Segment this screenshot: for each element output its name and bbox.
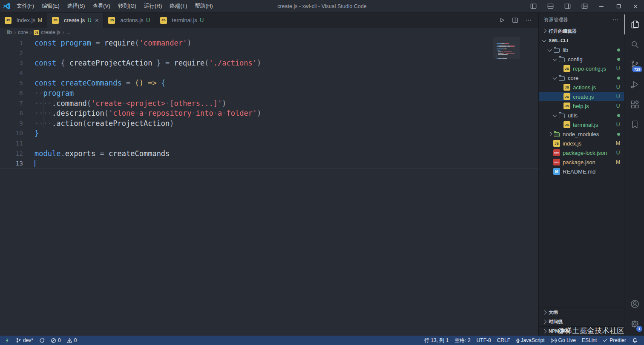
chevron-spacer <box>557 84 564 91</box>
more-actions-icon[interactable] <box>525 17 532 23</box>
tree-item-package.json[interactable]: npmpackage.jsonM <box>539 157 624 167</box>
menu-e[interactable]: 编辑(E) <box>38 0 63 13</box>
git-status-badge: U <box>616 150 620 156</box>
code-editor[interactable]: 1const program = require('commander')23c… <box>0 37 538 336</box>
tree-item-README.md[interactable]: MREADME.md <box>539 167 624 176</box>
customize-layout-icon[interactable] <box>576 0 593 13</box>
breadcrumb-item-create.js[interactable]: JScreate.js <box>34 29 60 35</box>
status-warnings[interactable]: 0 <box>64 336 80 345</box>
settings-button[interactable]: 1 <box>624 314 644 334</box>
tree-item-create.js[interactable]: JScreate.jsU <box>539 92 624 101</box>
section-大纲[interactable]: 大纲 <box>539 308 624 317</box>
project-section[interactable]: XWL-CLI <box>539 36 624 45</box>
chevron-right-icon <box>546 131 553 137</box>
status-go-live[interactable]: Go Live <box>548 336 579 345</box>
run-debug-button[interactable] <box>624 74 644 94</box>
explorer-button[interactable] <box>624 14 644 34</box>
tab-create.js[interactable]: JScreate.jsU× <box>47 13 104 28</box>
warning-icon <box>67 338 72 343</box>
run-code-icon[interactable] <box>499 17 505 23</box>
line-number: 11 <box>0 139 26 149</box>
minimap[interactable] <box>497 39 516 57</box>
section-时间线[interactable]: 时间线 <box>539 317 624 326</box>
line-number: 3 <box>0 58 26 68</box>
search-button[interactable] <box>624 34 644 54</box>
source-control-button[interactable]: 729 <box>624 54 644 74</box>
menu-g[interactable]: 转到(G) <box>114 0 140 13</box>
branch-icon <box>16 337 21 343</box>
menu-t[interactable]: 终端(T) <box>166 0 191 13</box>
code-line: 4 <box>0 68 538 79</box>
extensions-button[interactable] <box>624 94 644 114</box>
chevron-spacer <box>546 149 553 156</box>
tree-item-repo-config.js[interactable]: JSrepo-config.jsU <box>539 64 624 73</box>
sidebar-title: 资源管理器 <box>539 13 624 26</box>
line-number: 2 <box>0 48 26 59</box>
status-sync[interactable] <box>36 336 48 345</box>
tree-item-config[interactable]: config <box>539 54 624 64</box>
code-line: 9····.action(createProjectAction) <box>0 119 538 129</box>
split-editor-icon[interactable] <box>512 17 518 23</box>
bookmarks-button[interactable] <box>624 114 644 134</box>
breadcrumb-item-core[interactable]: core <box>18 29 28 35</box>
status-branch[interactable]: dev* <box>13 336 36 345</box>
menu-r[interactable]: 运行(R) <box>140 0 166 13</box>
layout-panel-icon[interactable] <box>542 0 559 13</box>
minimize-button[interactable] <box>593 0 610 13</box>
tab-index.js[interactable]: JSindex.jsM <box>0 13 47 28</box>
breadcrumb: lib›core›JScreate.js›... <box>0 28 538 37</box>
breadcrumb-item-...[interactable]: ... <box>66 29 71 35</box>
tree-item-core[interactable]: core <box>539 73 624 83</box>
window-controls <box>525 0 644 13</box>
menu-v[interactable]: 查看(V) <box>89 0 114 13</box>
tree-item-node_modules[interactable]: node_modules <box>539 129 624 139</box>
tree-item-actions.js[interactable]: JSactions.jsU <box>539 83 624 92</box>
status-eslint[interactable]: ESLint <box>579 336 600 345</box>
tab-terminal.js[interactable]: JSterminal.jsU <box>155 13 209 28</box>
tree-item-terminal.js[interactable]: JSterminal.jsU <box>539 120 624 129</box>
breadcrumb-item-lib[interactable]: lib <box>7 29 12 35</box>
layout-secondary-sidebar-icon[interactable] <box>559 0 576 13</box>
layout-sidebar-icon[interactable] <box>525 0 542 13</box>
close-button[interactable] <box>627 0 644 13</box>
indent-guide <box>43 99 43 129</box>
run-debug-icon <box>630 80 640 89</box>
tree-item-lib[interactable]: lib <box>539 45 624 54</box>
git-change-dot <box>617 77 620 80</box>
tree-item-package-lock.json[interactable]: npmpackage-lock.jsonU <box>539 148 624 157</box>
code-text: const createCommands = () => { <box>26 78 165 88</box>
tree-item-utils[interactable]: utils <box>539 111 624 120</box>
code-line: 7····.command('create·<project>·[others.… <box>0 99 538 109</box>
status-eol[interactable]: CRLF <box>494 336 513 345</box>
tab-actions.js[interactable]: JSactions.jsU <box>104 13 155 28</box>
status-indentation[interactable]: 空格: 2 <box>451 336 473 345</box>
title-bar: 文件(F)编辑(E)选择(S)查看(V)转到(G)运行(R)终端(T)帮助(H)… <box>0 0 644 13</box>
tab-label: actions.js <box>120 17 143 23</box>
menu-s[interactable]: 选择(S) <box>63 0 89 13</box>
status-encoding[interactable]: UTF-8 <box>474 336 494 345</box>
menu-h[interactable]: 帮助(H) <box>191 0 216 13</box>
js-file-icon: JS <box>564 121 570 128</box>
file-name: utils <box>568 112 578 119</box>
code-line: 6··program <box>0 88 538 99</box>
status-language-mode[interactable]: {}JavaScript <box>513 336 548 345</box>
tab-label: create.js <box>64 17 85 23</box>
maximize-button[interactable] <box>610 0 627 13</box>
code-text: const { createProjectAction } = require(… <box>26 58 261 68</box>
open-editors-label: 打开的编辑器 <box>549 28 577 34</box>
status-cursor-position[interactable]: 行 13, 列 1 <box>421 336 451 345</box>
views-more-actions-icon[interactable] <box>612 17 619 23</box>
file-name: help.js <box>573 103 589 109</box>
menu-f[interactable]: 文件(F) <box>13 0 38 13</box>
status-errors[interactable]: 0 <box>48 336 64 345</box>
status-remote[interactable] <box>2 336 13 345</box>
tree-item-index.js[interactable]: JSindex.jsM <box>539 139 624 148</box>
status-notifications[interactable] <box>629 336 641 345</box>
open-editors-section[interactable]: 打开的编辑器 <box>539 26 624 36</box>
close-tab-icon[interactable]: × <box>95 17 98 23</box>
tree-item-help.js[interactable]: JShelp.jsU <box>539 101 624 111</box>
account-button[interactable] <box>624 294 644 314</box>
tabs: JSindex.jsMJScreate.jsU×JSactions.jsUJSt… <box>0 13 209 28</box>
status-prettier[interactable]: Prettier <box>600 336 629 345</box>
section-NPM 脚本[interactable]: NPM 脚本 <box>539 326 624 336</box>
